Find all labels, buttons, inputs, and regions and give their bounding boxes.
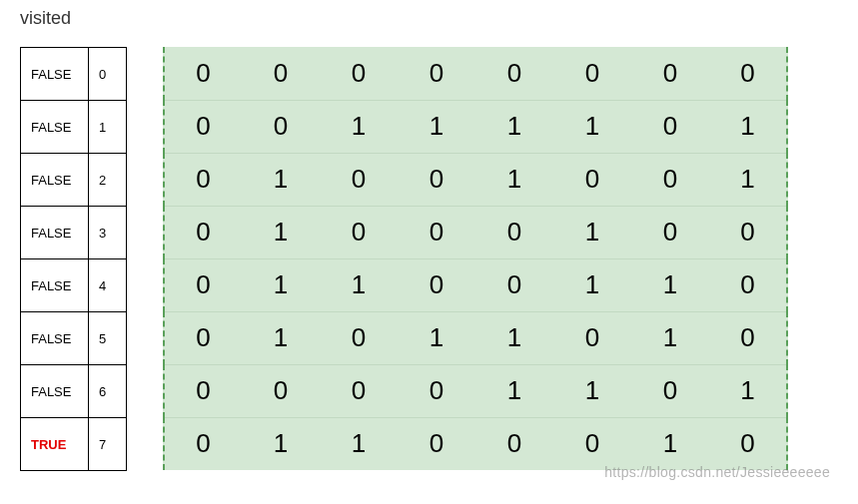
visited-index-cell: 3 (89, 207, 127, 259)
matrix-cell: 0 (164, 47, 242, 100)
matrix-cell: 0 (709, 417, 787, 470)
visited-state-cell: FALSE (21, 154, 89, 207)
matrix-cell: 0 (709, 206, 787, 258)
visited-state-cell: FALSE (21, 365, 89, 418)
matrix-cell: 1 (242, 153, 320, 206)
table-row: FALSE5 (21, 312, 127, 365)
matrix-cell: 0 (631, 364, 709, 417)
matrix-cell: 1 (320, 100, 398, 153)
matrix-cell: 0 (398, 47, 475, 100)
matrix-cell: 0 (164, 311, 242, 364)
matrix-cell: 0 (320, 364, 398, 417)
visited-state-cell: FALSE (21, 101, 89, 154)
matrix-cell: 0 (553, 311, 631, 364)
matrix-cell: 0 (398, 417, 475, 470)
matrix-cell: 0 (475, 206, 553, 258)
visited-index-cell: 0 (89, 48, 127, 101)
matrix-cell: 0 (631, 206, 709, 258)
matrix-cell: 0 (242, 47, 320, 100)
table-row: 01001001 (164, 153, 787, 206)
matrix-cell: 0 (475, 47, 553, 100)
table-row: 00000000 (164, 47, 787, 100)
table-row: FALSE1 (21, 101, 127, 154)
table-row: 01100110 (164, 258, 787, 311)
table-row: FALSE3 (21, 207, 127, 259)
matrix-cell: 0 (553, 153, 631, 206)
matrix-cell: 0 (164, 364, 242, 417)
visited-index-cell: 7 (89, 418, 127, 471)
matrix-cell: 0 (553, 47, 631, 100)
matrix-cell: 1 (242, 417, 320, 470)
matrix-cell: 0 (709, 311, 787, 364)
matrix-cell: 0 (631, 100, 709, 153)
matrix-cell: 0 (164, 206, 242, 258)
visited-state-cell: FALSE (21, 312, 89, 365)
matrix-cell: 1 (631, 311, 709, 364)
matrix-cell: 1 (320, 417, 398, 470)
visited-index-cell: 1 (89, 101, 127, 154)
matrix-cell: 1 (709, 100, 787, 153)
matrix-cell: 0 (709, 258, 787, 311)
matrix-cell: 0 (320, 206, 398, 258)
table-row: FALSE2 (21, 154, 127, 207)
matrix-cell: 0 (475, 417, 553, 470)
matrix-cell: 0 (320, 47, 398, 100)
matrix-cell: 0 (242, 100, 320, 153)
table-row: TRUE7 (21, 418, 127, 471)
matrix-cell: 0 (164, 100, 242, 153)
matrix-cell: 0 (631, 153, 709, 206)
visited-index-cell: 2 (89, 154, 127, 207)
matrix-cell: 0 (709, 47, 787, 100)
matrix-cell: 1 (553, 258, 631, 311)
matrix-cell: 0 (475, 258, 553, 311)
matrix-cell: 1 (398, 311, 475, 364)
visited-state-cell: FALSE (21, 48, 89, 101)
matrix-cell: 1 (709, 153, 787, 206)
matrix-cell: 1 (475, 311, 553, 364)
visited-state-cell: TRUE (21, 418, 89, 471)
table-row: 01100010 (164, 417, 787, 470)
adjacency-matrix: 0000000000111101010010010100010001100110… (163, 47, 788, 470)
matrix-cell: 0 (320, 311, 398, 364)
matrix-cell: 0 (242, 364, 320, 417)
visited-index-cell: 4 (89, 259, 127, 312)
matrix-cell: 1 (475, 153, 553, 206)
visited-index-cell: 6 (89, 365, 127, 418)
matrix-cell: 0 (631, 47, 709, 100)
table-row: FALSE6 (21, 365, 127, 418)
matrix-cell: 1 (709, 364, 787, 417)
matrix-cell: 1 (320, 258, 398, 311)
matrix-cell: 0 (553, 417, 631, 470)
watermark-text: https://blog.csdn.net/Jessieeeeeee (604, 464, 830, 479)
matrix-cell: 1 (553, 364, 631, 417)
matrix-cell: 0 (398, 153, 475, 206)
table-row: 00111101 (164, 100, 787, 153)
table-row: FALSE0 (21, 48, 127, 101)
main-container: FALSE0FALSE1FALSE2FALSE3FALSE4FALSE5FALS… (20, 39, 838, 471)
matrix-cell: 1 (475, 100, 553, 153)
matrix-container: 0000000000111101010010010100010001100110… (163, 47, 788, 470)
table-row: FALSE4 (21, 259, 127, 312)
visited-state-cell: FALSE (21, 207, 89, 259)
matrix-cell: 1 (631, 417, 709, 470)
visited-state-cell: FALSE (21, 259, 89, 312)
matrix-cell: 1 (242, 206, 320, 258)
matrix-cell: 0 (164, 258, 242, 311)
matrix-cell: 0 (164, 417, 242, 470)
matrix-cell: 0 (164, 153, 242, 206)
matrix-cell: 1 (398, 100, 475, 153)
table-row: 01000100 (164, 206, 787, 258)
matrix-cell: 1 (242, 311, 320, 364)
table-row: 00001101 (164, 364, 787, 417)
matrix-cell: 1 (242, 258, 320, 311)
matrix-cell: 1 (631, 258, 709, 311)
matrix-cell: 1 (475, 364, 553, 417)
table-row: 01011010 (164, 311, 787, 364)
visited-index-cell: 5 (89, 312, 127, 365)
matrix-cell: 0 (398, 364, 475, 417)
visited-table: FALSE0FALSE1FALSE2FALSE3FALSE4FALSE5FALS… (20, 47, 127, 471)
page-title: visited (20, 8, 838, 29)
matrix-cell: 0 (398, 258, 475, 311)
matrix-cell: 0 (398, 206, 475, 258)
matrix-cell: 1 (553, 100, 631, 153)
